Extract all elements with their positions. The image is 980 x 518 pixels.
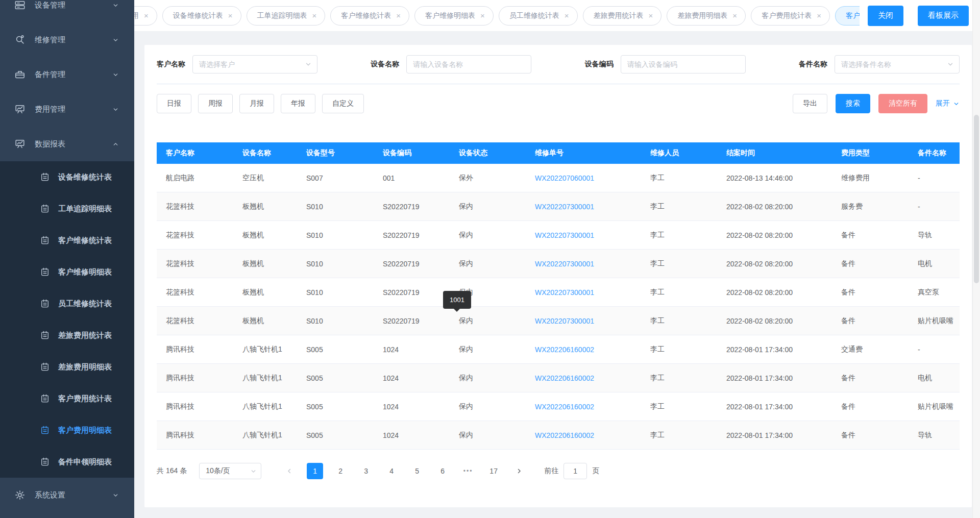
repair-order-link[interactable]: WX202206160002 bbox=[535, 374, 594, 382]
report-type-button-年报[interactable]: 年报 bbox=[281, 94, 315, 113]
repair-order-link[interactable]: WX202206160002 bbox=[535, 403, 594, 411]
page-button-2[interactable]: 2 bbox=[332, 463, 349, 479]
tab-员工维修统计表[interactable]: 员工维修统计表× bbox=[499, 6, 578, 26]
cell-设备编码: 001 bbox=[374, 174, 450, 182]
repair-order-link[interactable]: WX202207300001 bbox=[535, 288, 594, 297]
tab-客户维修明细表[interactable]: 客户维修明细表× bbox=[414, 6, 494, 26]
sidebar-subitem-客户维修统计表[interactable]: 客户维修统计表 bbox=[0, 225, 134, 256]
close-icon[interactable]: × bbox=[817, 12, 821, 19]
close-icon[interactable]: × bbox=[228, 12, 233, 19]
report-type-button-月报[interactable]: 月报 bbox=[239, 94, 274, 113]
sidebar-subitem-客户费用明细表[interactable]: 客户费用明细表 bbox=[0, 414, 134, 446]
repair-order-link[interactable]: WX202207300001 bbox=[535, 260, 594, 268]
sidebar-item-维修管理[interactable]: 维修管理 bbox=[0, 22, 134, 57]
filter-row: 客户名称设备名称设备编码备件名称 bbox=[157, 45, 960, 84]
cell-设备名称: 八轴飞针机1 bbox=[233, 345, 297, 354]
sidebar-item-数据报表[interactable]: 数据报表 bbox=[0, 127, 134, 161]
sidebar-subitem-员工维修统计表[interactable]: 员工维修统计表 bbox=[0, 288, 134, 319]
column-header-设备编码: 设备编码 bbox=[374, 149, 450, 158]
board-display-button[interactable]: 看板展示 bbox=[918, 6, 969, 26]
cell-客户名称: 腾讯科技 bbox=[157, 402, 233, 411]
close-icon[interactable]: × bbox=[565, 12, 569, 19]
close-icon[interactable]: × bbox=[480, 12, 485, 19]
sidebar-item-费用管理[interactable]: 费用管理 bbox=[0, 92, 134, 127]
notebook-icon bbox=[40, 362, 50, 372]
close-icon[interactable]: × bbox=[396, 12, 401, 19]
sidebar-item-设备管理[interactable]: 设备管理 bbox=[0, 0, 134, 22]
close-icon[interactable]: × bbox=[649, 12, 653, 19]
sidebar-item-备件管理[interactable]: 备件管理 bbox=[0, 57, 134, 92]
next-page-button[interactable] bbox=[511, 463, 527, 479]
tab-label: 差旅费用统计表 bbox=[594, 11, 644, 20]
cell-维修人员: 李工 bbox=[641, 202, 717, 211]
clear-all-button[interactable]: 清空所有 bbox=[878, 94, 927, 113]
page-scrollbar[interactable] bbox=[972, 0, 980, 518]
tab-客户费用统计表[interactable]: 客户费用统计表× bbox=[751, 6, 830, 26]
filter-customer-name-select[interactable] bbox=[192, 55, 317, 73]
data-table: 客户名称设备名称设备型号设备编码设备状态维修单号维修人员结案时间费用类型备件名称… bbox=[157, 142, 960, 450]
board-icon bbox=[14, 104, 26, 115]
sidebar-item-系统设置[interactable]: 系统设置 bbox=[0, 478, 134, 512]
filter-device-name-input[interactable] bbox=[406, 55, 531, 73]
sidebar-subitem-设备维修统计表[interactable]: 设备维修统计表 bbox=[0, 161, 134, 193]
page-button-1[interactable]: 1 bbox=[307, 463, 323, 479]
page-button-4[interactable]: 4 bbox=[383, 463, 400, 479]
close-icon[interactable]: × bbox=[312, 12, 317, 19]
sidebar-subitem-工单追踪明细表[interactable]: 工单追踪明细表 bbox=[0, 193, 134, 225]
devices-icon bbox=[14, 0, 26, 11]
close-icon[interactable]: × bbox=[144, 12, 149, 19]
customer-name-field[interactable] bbox=[199, 60, 305, 68]
sidebar-subitem-差旅费用明细表[interactable]: 差旅费用明细表 bbox=[0, 351, 134, 383]
scrollbar-thumb[interactable] bbox=[974, 115, 979, 283]
cell-费用类型: 备件 bbox=[832, 288, 909, 297]
filter-part-name-select[interactable] bbox=[835, 55, 960, 73]
tab-差旅费用明细表[interactable]: 差旅费用明细表× bbox=[667, 6, 746, 26]
device-code-field[interactable] bbox=[627, 60, 740, 68]
sidebar-subitem-差旅费用统计表[interactable]: 差旅费用统计表 bbox=[0, 319, 134, 351]
sidebar-subitem-客户维修明细表[interactable]: 客户维修明细表 bbox=[0, 256, 134, 288]
notebook-icon bbox=[40, 299, 50, 309]
search-button[interactable]: 搜索 bbox=[836, 94, 870, 113]
prev-page-button[interactable] bbox=[281, 463, 298, 479]
sidebar-subitem-备件申领明细表[interactable]: 备件申领明细表 bbox=[0, 446, 134, 478]
sidebar-subitem-label: 备件申领明细表 bbox=[58, 457, 112, 467]
cell-设备型号: S005 bbox=[297, 403, 374, 411]
chevron-down-icon bbox=[112, 492, 119, 499]
chevron-down-icon bbox=[112, 37, 119, 43]
cell-设备状态: 保内 bbox=[450, 345, 526, 354]
tab-工单追踪明细表[interactable]: 工单追踪明细表× bbox=[247, 6, 326, 26]
page-button-3[interactable]: 3 bbox=[358, 463, 374, 479]
filter-device-code-input[interactable] bbox=[621, 55, 746, 73]
repair-order-link[interactable]: WX202207060001 bbox=[535, 174, 594, 182]
report-type-button-周报[interactable]: 周报 bbox=[198, 94, 233, 113]
page-button-6[interactable]: 6 bbox=[434, 463, 451, 479]
report-type-button-自定义[interactable]: 自定义 bbox=[322, 94, 364, 113]
tab-客户费用明细表[interactable]: 客户费用明细表× bbox=[835, 6, 860, 26]
close-tabs-button[interactable]: 关闭 bbox=[868, 6, 903, 26]
repair-order-link[interactable]: WX202207300001 bbox=[535, 317, 594, 325]
total-count: 共 164 条 bbox=[157, 466, 187, 476]
page-button-17[interactable]: 17 bbox=[485, 463, 502, 479]
goto-page-input[interactable] bbox=[564, 463, 587, 479]
page-size-select[interactable]: 10条/页 bbox=[199, 463, 261, 479]
repair-order-link[interactable]: WX202207300001 bbox=[535, 203, 594, 211]
device-name-field[interactable] bbox=[413, 60, 526, 68]
tab-overflow[interactable]: 用× bbox=[134, 6, 157, 26]
repair-order-link[interactable]: WX202206160002 bbox=[535, 346, 594, 354]
repair-order-link[interactable]: WX202206160002 bbox=[535, 431, 594, 439]
export-button[interactable]: 导出 bbox=[793, 94, 827, 113]
expand-toggle[interactable]: 展开 bbox=[936, 99, 960, 108]
page-button-5[interactable]: 5 bbox=[409, 463, 425, 479]
part-name-field[interactable] bbox=[841, 60, 947, 68]
report-type-button-日报[interactable]: 日报 bbox=[157, 94, 191, 113]
tab-设备维修统计表[interactable]: 设备维修统计表× bbox=[162, 6, 241, 26]
gear-icon bbox=[14, 489, 26, 501]
more-pages-icon[interactable]: ••• bbox=[460, 463, 476, 479]
sidebar-subitem-客户费用统计表[interactable]: 客户费用统计表 bbox=[0, 383, 134, 414]
close-icon[interactable]: × bbox=[732, 12, 737, 19]
cell-客户名称: 腾讯科技 bbox=[157, 431, 233, 440]
repair-order-link[interactable]: WX202207300001 bbox=[535, 231, 594, 239]
cell-维修人员: 李工 bbox=[641, 174, 717, 183]
tab-客户维修统计表[interactable]: 客户维修统计表× bbox=[330, 6, 409, 26]
tab-差旅费用统计表[interactable]: 差旅费用统计表× bbox=[583, 6, 662, 26]
